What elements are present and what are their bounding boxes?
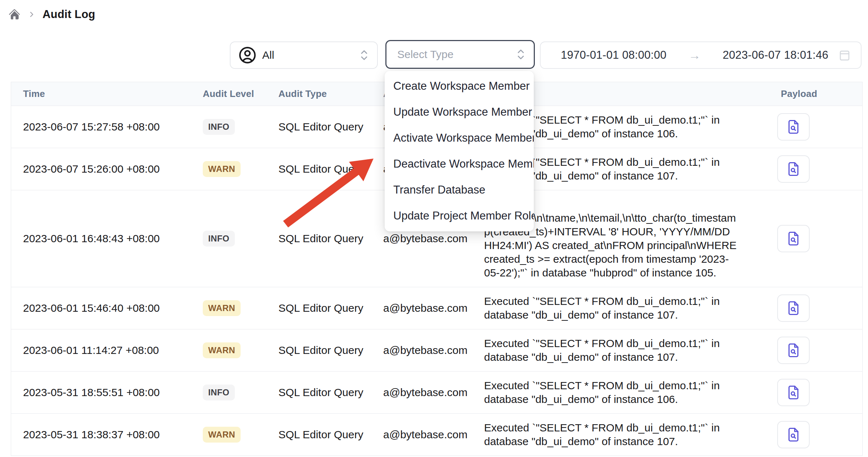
file-search-icon xyxy=(786,385,801,400)
row-audit-type: SQL Editor Query xyxy=(267,232,371,245)
row-payload xyxy=(757,113,863,141)
row-payload xyxy=(757,337,863,364)
row-payload xyxy=(757,225,863,252)
dropdown-option[interactable]: Transfer Database xyxy=(385,177,534,203)
row-audit-type: SQL Editor Query xyxy=(267,163,371,175)
type-filter-select[interactable]: Select Type xyxy=(385,40,535,69)
row-actor: a@bytebase.com xyxy=(371,302,472,314)
audit-level-badge: WARN xyxy=(203,342,241,358)
payload-button[interactable] xyxy=(777,225,810,252)
dropdown-option[interactable]: Activate Workspace Member xyxy=(385,125,534,151)
date-range-start[interactable]: 1970-01-01 08:00:00 xyxy=(561,49,667,62)
row-time: 2023-06-01 16:48:43 +08:00 xyxy=(11,232,191,245)
table-row: 2023-06-01 11:14:27 +08:00WARNSQL Editor… xyxy=(11,329,862,372)
payload-button[interactable] xyxy=(777,113,810,141)
file-search-icon xyxy=(786,301,801,316)
file-search-icon xyxy=(786,343,801,358)
chevron-up-down-icon xyxy=(359,48,369,62)
type-filter-placeholder: Select Type xyxy=(394,48,516,61)
row-time: 2023-06-07 15:26:00 +08:00 xyxy=(11,163,191,175)
row-time: 2023-06-07 15:27:58 +08:00 xyxy=(11,121,191,133)
type-filter-dropdown: Create Workspace MemberUpdate Workspace … xyxy=(385,71,534,231)
row-actor: a@bytebase.com xyxy=(371,344,472,356)
date-range-end[interactable]: 2023-06-07 18:01:46 xyxy=(722,49,828,62)
row-comment: Executed `"SELECT * FROM db_ui_demo.t1;"… xyxy=(472,372,757,413)
row-audit-type: SQL Editor Query xyxy=(267,429,371,441)
table-row: 2023-05-31 18:38:37 +08:00WARNSQL Editor… xyxy=(11,414,862,456)
date-range-picker[interactable]: 1970-01-01 08:00:00 → 2023-06-07 18:01:4… xyxy=(540,41,862,69)
row-time: 2023-06-01 11:14:27 +08:00 xyxy=(11,344,191,356)
file-search-icon xyxy=(786,161,801,177)
file-search-icon xyxy=(786,231,801,246)
audit-level-badge: INFO xyxy=(203,385,235,400)
audit-log-page: Audit Log All Select Type 1970-01-01 08:… xyxy=(0,0,868,457)
actor-filter-select[interactable]: All xyxy=(230,41,378,69)
row-time: 2023-05-31 18:38:37 +08:00 xyxy=(11,429,191,441)
chevron-up-down-icon xyxy=(516,48,526,61)
chevron-right-icon xyxy=(27,10,36,19)
row-payload xyxy=(757,379,863,406)
payload-button[interactable] xyxy=(777,379,810,406)
row-comment: Executed `"SELECT * FROM db_ui_demo.t1;"… xyxy=(472,329,757,371)
row-payload xyxy=(757,294,863,322)
row-actor: a@bytebase.com xyxy=(371,386,472,399)
table-row: 2023-05-31 18:55:51 +08:00INFOSQL Editor… xyxy=(11,372,862,414)
row-payload xyxy=(757,421,863,448)
dropdown-option[interactable]: Create Workspace Member xyxy=(385,73,534,99)
calendar-icon xyxy=(838,48,851,62)
dropdown-option[interactable]: Update Workspace Member xyxy=(385,99,534,125)
payload-button[interactable] xyxy=(777,294,810,322)
audit-level-badge: WARN xyxy=(203,161,241,177)
page-title: Audit Log xyxy=(42,8,95,21)
row-audit-type: SQL Editor Query xyxy=(267,121,371,133)
row-audit-level: WARN xyxy=(191,427,267,443)
row-actor: a@bytebase.com xyxy=(371,429,472,441)
row-audit-type: SQL Editor Query xyxy=(267,302,371,314)
row-time: 2023-05-31 18:55:51 +08:00 xyxy=(11,386,191,399)
home-icon[interactable] xyxy=(8,8,21,21)
audit-level-badge: WARN xyxy=(203,427,241,443)
row-audit-type: SQL Editor Query xyxy=(267,386,371,399)
row-time: 2023-06-01 15:46:40 +08:00 xyxy=(11,302,191,314)
user-circle-icon xyxy=(238,46,256,64)
row-audit-type: SQL Editor Query xyxy=(267,344,371,356)
file-search-icon xyxy=(786,119,801,134)
row-actor: a@bytebase.com xyxy=(371,232,472,245)
row-audit-level: WARN xyxy=(191,342,267,358)
arrow-right-icon: → xyxy=(667,48,723,62)
row-audit-level: WARN xyxy=(191,300,267,316)
column-header-payload: Payload xyxy=(757,88,863,99)
file-search-icon xyxy=(786,427,801,442)
row-audit-level: INFO xyxy=(191,231,267,247)
row-audit-level: INFO xyxy=(191,119,267,135)
column-header-type: Audit Type xyxy=(267,88,371,99)
payload-button[interactable] xyxy=(777,337,810,364)
payload-button[interactable] xyxy=(777,155,810,183)
column-header-level: Audit Level xyxy=(191,88,267,99)
table-row: 2023-06-01 15:46:40 +08:00WARNSQL Editor… xyxy=(11,287,862,329)
row-comment: Executed `"SELECT * FROM db_ui_demo.t1;"… xyxy=(472,287,757,329)
audit-level-badge: INFO xyxy=(203,231,235,247)
audit-level-badge: INFO xyxy=(203,119,235,135)
actor-filter-value: All xyxy=(262,49,353,61)
row-comment: Executed `"SELECT * FROM db_ui_demo.t1;"… xyxy=(472,414,757,456)
row-payload xyxy=(757,155,863,183)
payload-button[interactable] xyxy=(777,421,810,448)
row-audit-level: INFO xyxy=(191,385,267,400)
breadcrumb: Audit Log xyxy=(8,8,95,21)
row-audit-level: WARN xyxy=(191,161,267,177)
column-header-time: Time xyxy=(11,88,191,99)
dropdown-option[interactable]: Update Project Member Role xyxy=(385,203,534,229)
dropdown-option[interactable]: Deactivate Workspace Member xyxy=(385,151,534,177)
audit-level-badge: WARN xyxy=(203,300,241,316)
